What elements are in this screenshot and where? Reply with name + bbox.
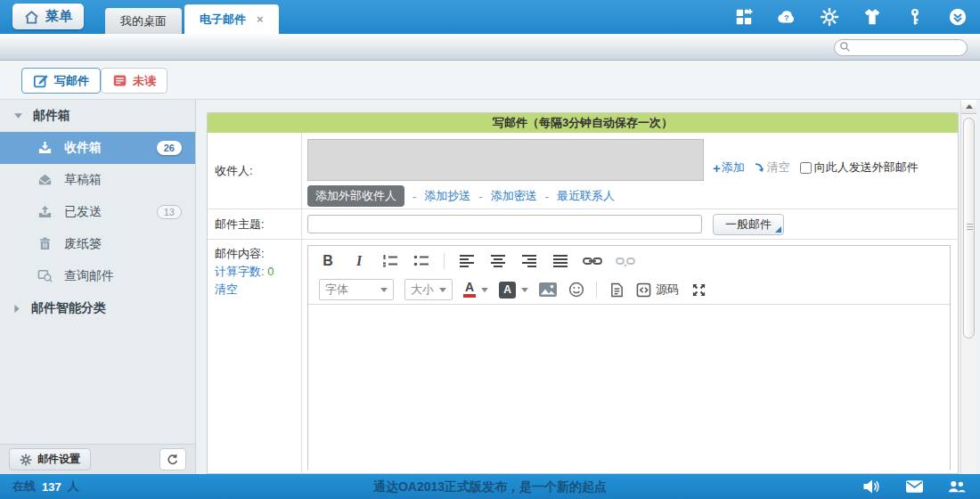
align-justify-button[interactable] xyxy=(551,251,569,271)
italic-button[interactable]: I xyxy=(350,251,368,271)
vertical-scrollbar[interactable] xyxy=(960,100,976,474)
plus-icon: + xyxy=(713,160,721,176)
text-color-button[interactable]: A xyxy=(463,280,488,299)
rich-text-editor: B I xyxy=(307,245,951,470)
chevron-down-icon xyxy=(521,288,528,292)
close-tab-icon[interactable]: × xyxy=(257,12,264,26)
sidebar-item-inbox[interactable]: 收件箱 26 xyxy=(0,132,195,164)
collapse-chevrons-icon[interactable] xyxy=(947,6,968,27)
tab-my-desktop[interactable]: 我的桌面 xyxy=(105,8,182,34)
compose-icon xyxy=(33,73,49,89)
sidebar-item-trash[interactable]: 废纸篓 xyxy=(0,228,195,260)
mail-sidebar: 邮件箱 收件箱 26 草稿箱 已发送 13 废纸篓 查询邮件 xyxy=(0,100,196,474)
font-family-select[interactable]: 字体 xyxy=(319,279,394,300)
link-button[interactable] xyxy=(583,251,602,271)
sidebar-section-smart-sort[interactable]: 邮件智能分类 xyxy=(0,292,195,324)
add-recipient-link[interactable]: + 添加 xyxy=(713,160,745,176)
separator: - xyxy=(412,190,416,203)
recipient-box[interactable] xyxy=(307,139,704,181)
refresh-icon xyxy=(167,454,179,466)
separator: - xyxy=(545,190,549,203)
chevron-down-icon xyxy=(481,288,488,292)
svg-text:?: ? xyxy=(784,13,789,22)
send-external-label: 向此人发送外部邮件 xyxy=(814,160,919,176)
chevron-down-icon xyxy=(380,288,388,292)
bullet-list-button[interactable] xyxy=(412,251,430,271)
word-count-label: 计算字数: xyxy=(215,265,265,278)
chevron-down-icon xyxy=(13,112,23,120)
align-left-button[interactable] xyxy=(458,251,476,271)
settings-gear-icon[interactable] xyxy=(819,6,839,27)
document-button[interactable] xyxy=(608,280,625,299)
send-external-checkbox[interactable] xyxy=(800,162,812,174)
editor-toolbar-row1: B I xyxy=(308,246,950,275)
add-cc-link[interactable]: 添加抄送 xyxy=(424,188,470,204)
sidebar-item-search-mail[interactable]: 查询邮件 xyxy=(0,260,195,292)
topbar-icon-group: ? xyxy=(733,6,968,27)
source-code-button[interactable]: 源码 xyxy=(636,280,679,299)
sent-count-badge: 13 xyxy=(157,205,182,219)
subject-label: 邮件主题: xyxy=(208,209,302,239)
content-row: 邮件内容: 计算字数: 0 清空 B I xyxy=(208,240,958,475)
unlink-button[interactable] xyxy=(616,251,635,271)
search-input[interactable] xyxy=(834,39,968,56)
clear-recipient-link[interactable]: 清空 xyxy=(755,160,790,176)
search-icon xyxy=(839,41,851,53)
refresh-button[interactable] xyxy=(159,448,186,470)
compose-panel: 写邮件（每隔3分钟自动保存一次） 收件人: + 添加 清空 xyxy=(207,112,959,474)
key-icon[interactable] xyxy=(904,6,925,27)
scroll-up-button[interactable] xyxy=(961,100,976,114)
subject-input[interactable] xyxy=(307,215,702,233)
trash-icon xyxy=(37,236,53,252)
fullscreen-button[interactable] xyxy=(690,280,707,299)
separator: - xyxy=(478,190,482,203)
compose-button[interactable]: 写邮件 xyxy=(21,68,101,94)
subject-row: 邮件主题: 一般邮件 xyxy=(208,209,958,240)
sidebar-item-sent[interactable]: 已发送 13 xyxy=(0,196,195,228)
sidebar-footer: 邮件设置 xyxy=(0,444,195,474)
compose-header: 写邮件（每隔3分钟自动保存一次） xyxy=(208,113,958,133)
sidebar-item-drafts[interactable]: 草稿箱 xyxy=(0,164,195,196)
align-center-button[interactable] xyxy=(489,251,507,271)
insert-image-button[interactable] xyxy=(539,280,557,299)
inbox-unread-badge: 26 xyxy=(157,141,182,155)
editor-content-area[interactable] xyxy=(308,305,950,470)
font-size-select[interactable]: 大小 xyxy=(404,279,453,300)
menu-button[interactable]: 菜单 xyxy=(12,4,84,29)
users-icon[interactable] xyxy=(948,479,966,495)
help-cloud-icon[interactable]: ? xyxy=(776,6,796,27)
add-external-recipient-button[interactable]: 添加外部收件人 xyxy=(307,185,404,207)
ordered-list-button[interactable] xyxy=(381,251,399,271)
apps-grid-icon[interactable] xyxy=(733,6,754,27)
inbox-icon xyxy=(37,140,53,156)
scrollbar-grip xyxy=(967,224,973,232)
chevron-right-icon xyxy=(13,304,21,314)
theme-shirt-icon[interactable] xyxy=(862,6,882,27)
bold-button[interactable]: B xyxy=(319,251,337,271)
highlight-color-button[interactable]: A xyxy=(499,280,528,299)
mail-icon[interactable] xyxy=(905,479,923,495)
color-swatch xyxy=(463,294,476,298)
sidebar-section-mailbox[interactable]: 邮件箱 xyxy=(0,100,195,132)
add-bcc-link[interactable]: 添加密送 xyxy=(491,188,537,204)
align-right-button[interactable] xyxy=(520,251,538,271)
announcement-text: 通达OA2013正式版发布，是一个新的起点 xyxy=(0,474,980,499)
emoji-button[interactable] xyxy=(568,280,585,299)
unread-button[interactable]: 未读 xyxy=(101,68,167,94)
recipient-row: 收件人: + 添加 清空 xyxy=(208,133,958,209)
menu-label: 菜单 xyxy=(45,8,72,25)
action-toolbar: 写邮件 未读 xyxy=(0,61,980,100)
scrollbar-thumb[interactable] xyxy=(963,118,975,339)
tab-email[interactable]: 电子邮件 × xyxy=(184,4,279,34)
unread-icon xyxy=(112,73,127,88)
recipient-label: 收件人: xyxy=(208,133,302,209)
mail-type-button[interactable]: 一般邮件 xyxy=(713,214,784,235)
clear-content-link[interactable]: 清空 xyxy=(215,281,301,299)
sound-icon[interactable] xyxy=(862,479,880,495)
clear-arrow-icon xyxy=(755,162,765,173)
sent-icon xyxy=(37,204,53,220)
tab-strip: 我的桌面 电子邮件 × xyxy=(105,4,282,34)
recent-contacts-link[interactable]: 最近联系人 xyxy=(557,188,615,204)
home-icon xyxy=(24,10,39,24)
mail-settings-button[interactable]: 邮件设置 xyxy=(9,448,91,470)
